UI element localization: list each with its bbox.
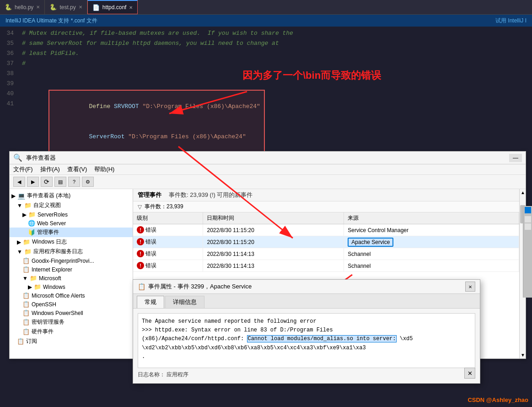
key-icon: 📋 — [22, 319, 30, 326]
ev-menu-help[interactable]: 帮助(H) — [94, 165, 114, 174]
tab-close-httpd[interactable]: ✕ — [129, 5, 133, 10]
props-close-button[interactable]: × — [465, 282, 475, 292]
expand-icon-6: ▶ — [28, 284, 32, 290]
ev-listview-button[interactable]: ▤ — [54, 177, 66, 187]
ev-menu-file[interactable]: 文件(F) — [13, 165, 33, 174]
ev-settings-button[interactable]: ⚙ — [82, 177, 94, 187]
ev-filter-bar: ▽ 事件数：23,939 — [133, 201, 519, 212]
tree-item-powershell[interactable]: 📋 Windows PowerShell — [10, 309, 133, 317]
scroll-indicator-2[interactable] — [525, 216, 531, 222]
web-server-icon: 🌐 — [28, 220, 35, 227]
ev-filter-count: 事件数：23,939 — [145, 203, 183, 211]
expand-icon: ▼ — [17, 202, 22, 209]
expand-icon-5: ▼ — [22, 275, 28, 282]
tree-item-office-alerts[interactable]: 📋 Microsoft Office Alerts — [10, 291, 133, 300]
custom-views-folder-icon: 📁 — [24, 202, 32, 209]
code-line-34: # Mutex directive, if file-based mutexes… — [22, 28, 532, 38]
goodix-icon: 📋 — [22, 257, 30, 264]
ev-menubar: 文件(F) 操作(A) 查看(V) 帮助(H) — [10, 164, 526, 175]
props-line-4: \xd2\xb2\xbb\xb5\xbd\xd6\xb8\xb6\xa8\xb5… — [142, 344, 471, 353]
admin-events-icon: 🔰 — [28, 229, 35, 236]
ev-menu-action[interactable]: 操作(A) — [40, 165, 60, 174]
filter-icon: ▽ — [138, 204, 142, 210]
tree-item-key-mgmt[interactable]: 📋 密钥管理服务 — [10, 317, 133, 327]
microsoft-folder-icon: 📁 — [30, 275, 37, 282]
tree-item-app-services[interactable]: ▼ 📁 应用程序和服务日志 — [10, 247, 133, 256]
props-line-5: . — [142, 353, 471, 361]
ev-refresh-button[interactable]: ⟳ — [41, 177, 53, 187]
error-icon: ! — [137, 226, 144, 233]
props-bottom-close-button[interactable]: ✕ — [464, 368, 475, 379]
ev-tree: ▶ 💻 事件查看器 (本地) ▼ 📁 自定义视图 ▶ 📁 ServerRoles… — [10, 189, 133, 358]
subscription-icon: 📋 — [17, 338, 24, 345]
ev-forward-button[interactable]: ▶ — [27, 177, 39, 187]
ev-window-icon: 🔍 — [13, 153, 22, 162]
tree-item-custom-views[interactable]: ▼ 📁 自定义视图 — [10, 201, 133, 210]
app-services-folder-icon: 📁 — [24, 248, 32, 255]
tab-httpd-conf[interactable]: 📄 httpd.conf ✕ — [87, 0, 138, 14]
props-line-2: >>> httpd.exe: Syntax error on line 83 o… — [142, 326, 471, 335]
props-tab-details[interactable]: 详细信息 — [165, 296, 204, 308]
ev-question-button[interactable]: ? — [68, 177, 80, 187]
error-icon-4: ! — [137, 262, 144, 269]
tree-item-windows[interactable]: ▶ 📁 Windows — [10, 282, 133, 291]
props-tab-general[interactable]: 常规 — [137, 296, 164, 308]
tab-test-py[interactable]: 🐍 test.py ✕ — [45, 0, 87, 14]
tree-item-windows-log[interactable]: ▶ 📁 Windows 日志 — [10, 237, 133, 247]
ev-event-count: 事件数: 23,939 (!) 可用的新事件 — [169, 191, 253, 199]
python-icon-2: 🐍 — [49, 4, 57, 11]
expand-icon-4: ▼ — [17, 249, 22, 255]
tab-close-hello[interactable]: ✕ — [36, 5, 40, 10]
expand-icon-2: ▶ — [22, 212, 27, 218]
ev-back-button[interactable]: ◀ — [13, 177, 25, 187]
props-tabs: 常规 详细信息 — [133, 294, 480, 309]
col-datetime[interactable]: 日期和时间 — [203, 212, 344, 224]
tree-item-web-server[interactable]: 🌐 Web Server — [10, 219, 133, 228]
tree-item-admin-events[interactable]: 🔰 管理事件 — [10, 228, 133, 237]
props-footer: 日志名称： 应用程序 — [138, 371, 475, 379]
props-line-1: The Apache service named reported the fo… — [142, 317, 471, 326]
code-line-37: # — [22, 59, 532, 69]
col-source[interactable]: 来源 — [344, 212, 519, 224]
csdn-watermark: CSDN @Ashley_zhao — [468, 396, 528, 403]
hardware-icon: 📋 — [22, 328, 30, 335]
tree-item-root[interactable]: ▶ 💻 事件查看器 (本地) — [10, 191, 133, 201]
server-roles-folder-icon: 📁 — [28, 211, 36, 218]
python-icon: 🐍 — [5, 4, 12, 11]
tree-item-subscription[interactable]: 📋 订阅 — [10, 336, 133, 346]
ev-header-bar: 管理事件 事件数: 23,939 (!) 可用的新事件 — [133, 189, 519, 201]
tree-item-openssh[interactable]: 📋 OpenSSH — [10, 300, 133, 309]
props-dialog-icon: 📋 — [138, 283, 145, 290]
ev-menu-view[interactable]: 查看(V) — [67, 165, 87, 174]
col-level[interactable]: 级别 — [133, 212, 203, 224]
intellij-banner: IntelliJ IDEA Ultimate 支持 *.conf 文件 试用 I… — [0, 15, 532, 27]
table-row-schannel2[interactable]: ! 错误 2022/8/30 11:14:13 Schannel — [133, 260, 519, 272]
tab-close-test[interactable]: ✕ — [79, 5, 82, 10]
tree-expand-icon: ▶ — [11, 193, 16, 199]
error-icon-3: ! — [137, 250, 144, 257]
scroll-indicator-1[interactable] — [525, 207, 531, 213]
scroll-down[interactable]: ▼ — [520, 352, 526, 358]
table-row[interactable]: ! 错误 2022/8/30 11:15:20 Service Control … — [133, 224, 519, 236]
table-row-apache[interactable]: ! 错误 2022/8/30 11:15:20 Apache Service — [133, 236, 519, 248]
tab-hello-py[interactable]: 🐍 hello.py ✕ — [0, 0, 45, 14]
ev-titlebar: 🔍 事件查看器 — — [10, 152, 526, 164]
tree-item-goodix[interactable]: 📋 Goodix-FingerprintProvi... — [10, 256, 133, 265]
ev-toolbar: ◀ ▶ ⟳ ▤ ? ⚙ — [10, 175, 526, 189]
expand-icon-3: ▶ — [17, 239, 21, 245]
scroll-indicator-3[interactable] — [525, 223, 531, 230]
ev-minimize-button[interactable]: — — [509, 154, 522, 162]
line-numbers: 34 35 36 37 38 39 40 41 — [0, 28, 18, 109]
tree-item-microsoft[interactable]: ▼ 📁 Microsoft — [10, 274, 133, 282]
tree-item-hardware[interactable]: 📋 硬件事件 — [10, 327, 133, 336]
powershell-icon: 📋 — [22, 309, 30, 316]
table-row-schannel1[interactable]: ! 错误 2022/8/30 11:14:13 Schannel — [133, 248, 519, 260]
tree-item-server-roles[interactable]: ▶ 📁 ServerRoles — [10, 210, 133, 219]
props-content: The Apache service named reported the fo… — [133, 309, 480, 383]
scroll-up[interactable]: ▲ — [520, 189, 526, 196]
try-intellij-link[interactable]: 试用 IntelliJ I — [495, 17, 527, 25]
tree-item-ie[interactable]: 📋 Internet Explorer — [10, 265, 133, 274]
ev-panel-title: 管理事件 — [138, 191, 161, 199]
props-dialog-title: 事件属性 - 事件 3299，Apache Service — [148, 282, 465, 291]
tab-bar: 🐍 hello.py ✕ 🐍 test.py ✕ 📄 httpd.conf ✕ — [0, 0, 532, 15]
